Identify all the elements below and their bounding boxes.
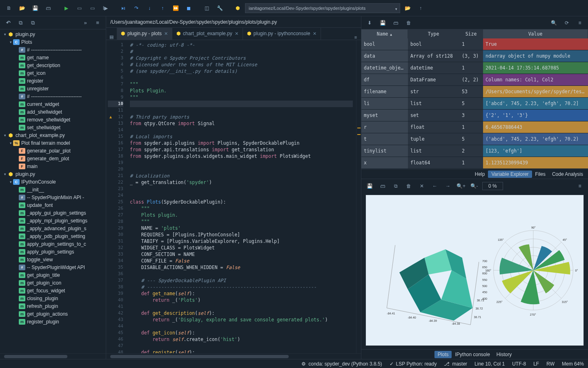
outline-item[interactable]: mget_description: [0, 61, 106, 69]
plot-delete-all-icon[interactable]: ✕: [417, 181, 427, 191]
browse-cwd-icon[interactable]: 📂: [402, 2, 413, 14]
pane-tab[interactable]: Code Analysis: [549, 171, 586, 178]
close-tab-icon[interactable]: ✕: [235, 31, 238, 36]
outline-item[interactable]: mclosing_plugin: [0, 294, 106, 302]
outline-item[interactable]: mget_focus_widget: [0, 287, 106, 294]
outline-expand-icon[interactable]: »: [80, 18, 90, 28]
outline-item[interactable]: CPlots: [0, 38, 106, 46]
outline-item[interactable]: Fgenerate_dem_plot: [0, 155, 106, 162]
outline-item[interactable]: mget_plugin_title: [0, 271, 106, 279]
outline-item[interactable]: madd_shellwidget: [0, 108, 106, 116]
new-file-icon[interactable]: 🗎: [3, 2, 15, 14]
outline-item[interactable]: mcurrent_widget: [0, 100, 106, 108]
maximize-pane-icon[interactable]: ◫: [201, 2, 212, 14]
pane-tab[interactable]: IPython console: [452, 351, 493, 358]
outline-item[interactable]: m_apply_pdb_plugin_setting: [0, 232, 106, 240]
outline-item[interactable]: ⬢chart_plot_example.py: [0, 131, 106, 139]
save-icon[interactable]: 💾: [29, 2, 41, 14]
run-cell-icon[interactable]: ▭: [74, 2, 85, 14]
varex-row[interactable]: bool bool 1 True: [361, 38, 588, 50]
tab-menu-icon[interactable]: ≡: [350, 35, 361, 40]
outline-menu-icon[interactable]: ≡: [93, 18, 102, 28]
preferences-icon[interactable]: 🔧: [214, 2, 225, 14]
outline-item[interactable]: mapply_plugin_settings: [0, 248, 106, 256]
close-tab-icon[interactable]: ✕: [313, 31, 316, 36]
outline-item[interactable]: m_apply_mpl_plugin_settings: [0, 217, 106, 224]
pane-tab[interactable]: Plots: [434, 351, 452, 358]
close-tab-icon[interactable]: ✕: [164, 31, 168, 36]
editor-tab[interactable]: ⬢chart_plot_example.py✕: [172, 27, 243, 40]
outline-item[interactable]: m_apply_advanced_plugin_s: [0, 224, 106, 232]
plot-zoom-in-icon[interactable]: 🔍+: [456, 181, 466, 191]
open-file-icon[interactable]: 📂: [16, 2, 28, 14]
outline-item[interactable]: ⬢plugin.py: [0, 170, 106, 178]
outline-item[interactable]: CIPythonConsole: [0, 178, 106, 186]
outline-item[interactable]: Fgenerate_polar_plot: [0, 147, 106, 155]
outline-item[interactable]: %Plot final terrain model: [0, 139, 106, 147]
pane-tab[interactable]: History: [493, 351, 515, 358]
varex-row[interactable]: myset set 3 {'2', '1', '3'}: [361, 110, 588, 121]
varex-row[interactable]: df DataFrame (2, 2) Column names: Col1, …: [361, 74, 588, 86]
varex-delete-icon[interactable]: 🗑: [404, 18, 414, 28]
tab-list-icon[interactable]: ▤: [106, 34, 117, 40]
outline-item[interactable]: ⬢plugin.py: [0, 30, 106, 38]
varex-header-size[interactable]: Size: [459, 29, 483, 38]
varex-menu-icon[interactable]: ≡: [575, 18, 585, 28]
plot-menu-icon[interactable]: ≡: [575, 181, 585, 191]
run-cell-advance-icon[interactable]: ▭: [87, 2, 98, 14]
plot-next-icon[interactable]: →: [443, 181, 453, 191]
pane-tab[interactable]: Files: [532, 171, 549, 178]
outline-item[interactable]: mapply_plugin_settings_to_c: [0, 240, 106, 248]
varex-row[interactable]: datetime_object datetime 1 2021-04-14 17…: [361, 62, 588, 74]
outline-item[interactable]: ## -------------------------------: [0, 46, 106, 54]
outline-item[interactable]: mtoggle_view: [0, 256, 106, 263]
outline-item[interactable]: m_apply_gui_plugin_settings: [0, 209, 106, 217]
outline-item[interactable]: mregister_plugin: [0, 318, 106, 325]
debug-icon[interactable]: ⏯: [118, 2, 129, 14]
varex-row[interactable]: t tuple 5 ('abcd', 745, 2.23, 'efgh', 70…: [361, 133, 588, 145]
pane-tab[interactable]: Help: [472, 171, 488, 178]
outline-item[interactable]: mget_icon: [0, 69, 106, 77]
outline-item[interactable]: #-- SpyderPluginWidget API: [0, 263, 106, 271]
debug-continue-icon[interactable]: ⏩: [170, 2, 181, 14]
outline-duplicate-icon[interactable]: ⧉: [28, 18, 38, 28]
varex-row[interactable]: x float64 1 1.1235123099439: [361, 157, 588, 169]
outline-back-icon[interactable]: ↶: [3, 18, 13, 28]
varex-search-icon[interactable]: 🔍: [549, 18, 559, 28]
parent-dir-icon[interactable]: ↑: [415, 2, 426, 14]
status-conda[interactable]: ⚙ conda: spyder_dev (Python 3.8.5): [301, 361, 382, 367]
run-selection-icon[interactable]: I▶: [100, 2, 111, 14]
varex-refresh-icon[interactable]: ⟳: [562, 18, 572, 28]
varex-save-icon[interactable]: 💾: [378, 18, 388, 28]
varex-save-as-icon[interactable]: 🗃: [391, 18, 401, 28]
outline-item[interactable]: mget_plugin_actions: [0, 310, 106, 318]
pane-tab[interactable]: Variable Explorer: [488, 171, 532, 178]
plot-prev-icon[interactable]: ←: [430, 181, 440, 191]
plot-zoom-out-icon[interactable]: 🔍-: [469, 181, 479, 191]
editor-tab[interactable]: ⬢plugin.py - plots✕: [117, 27, 172, 40]
varex-row[interactable]: data Array of str128 (3, 3) ndarray obje…: [361, 50, 588, 62]
save-all-icon[interactable]: 🗃: [42, 2, 54, 14]
outline-item[interactable]: munregister: [0, 85, 106, 92]
outline-item[interactable]: mrefresh_plugin: [0, 302, 106, 310]
varex-header-value[interactable]: Value: [483, 29, 588, 38]
outline-item[interactable]: mget_plugin_icon: [0, 279, 106, 287]
debug-step-into-icon[interactable]: ↓: [144, 2, 155, 14]
outline-copy-icon[interactable]: ⧉: [16, 18, 25, 28]
varex-header-name[interactable]: Name: [361, 29, 408, 38]
outline-item[interactable]: Fmain: [0, 162, 106, 170]
debug-step-icon[interactable]: ↷: [131, 2, 142, 14]
status-lsp[interactable]: ✓ LSP Python: ready: [390, 361, 437, 367]
varex-row[interactable]: li list 5 ['abcd', 745, 2.23, 'efgh', 70…: [361, 98, 588, 110]
status-git[interactable]: ⎇ master: [444, 361, 467, 367]
outline-item[interactable]: mremove_shellwidget: [0, 116, 106, 123]
plot-save-icon[interactable]: 💾: [365, 181, 374, 191]
varex-header-type[interactable]: Type: [408, 29, 459, 38]
editor-tab[interactable]: ⬢plugin.py - ipythonconsole✕: [243, 27, 321, 40]
debug-step-out-icon[interactable]: ↑: [157, 2, 168, 14]
outline-item[interactable]: m__init__: [0, 186, 106, 193]
plot-copy-icon[interactable]: ⧉: [391, 181, 401, 191]
varex-row[interactable]: r float 1 6.46567886443: [361, 121, 588, 133]
plot-delete-icon[interactable]: 🗑: [404, 181, 414, 191]
cwd-selector[interactable]: ianitagomez/Local/Dev-Spyder/spyder/spyd…: [245, 3, 400, 13]
